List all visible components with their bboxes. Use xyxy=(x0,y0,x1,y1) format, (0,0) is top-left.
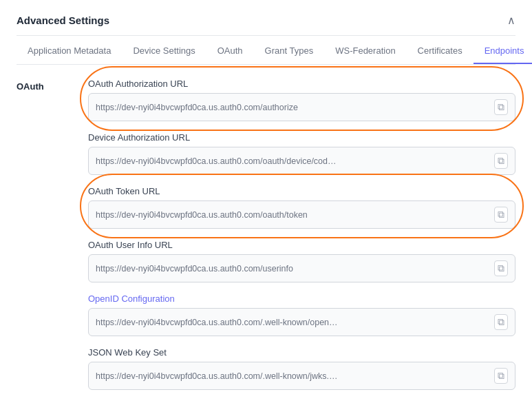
tab-certificates[interactable]: Certificates xyxy=(407,39,474,64)
field-group-oauth-auth-url: OAuth Authorization URL⧉ xyxy=(88,79,515,121)
field-input-wrapper-oauth-userinfo-url: ⧉ xyxy=(88,254,515,282)
field-input-oauth-token-url[interactable] xyxy=(96,210,489,220)
tab-app-metadata[interactable]: Application Metadata xyxy=(17,39,122,64)
fields-area: OAuth Authorization URL⧉Device Authoriza… xyxy=(88,79,515,401)
field-input-wrapper-device-auth-url: ⧉ xyxy=(88,147,515,175)
field-input-wrapper-oauth-auth-url: ⧉ xyxy=(88,93,515,121)
field-group-device-auth-url: Device Authorization URL⧉ xyxy=(88,132,515,175)
copy-button-oauth-token-url[interactable]: ⧉ xyxy=(494,207,508,223)
tab-ws-federation[interactable]: WS-Federation xyxy=(324,39,406,64)
field-label-device-auth-url: Device Authorization URL xyxy=(88,132,515,143)
field-input-oauth-userinfo-url[interactable] xyxy=(96,264,489,274)
tab-grant-types[interactable]: Grant Types xyxy=(254,39,325,64)
field-input-wrapper-json-web-keyset: ⧉ xyxy=(88,362,515,390)
field-label-oauth-token-url: OAuth Token URL xyxy=(88,186,515,196)
section-header: Advanced Settings ∧ xyxy=(17,14,515,36)
field-label-oauth-auth-url: OAuth Authorization URL xyxy=(88,79,515,89)
copy-button-openid-config[interactable]: ⧉ xyxy=(494,314,508,330)
field-label-oauth-userinfo-url: OAuth User Info URL xyxy=(88,240,515,250)
field-group-json-web-keyset: JSON Web Key Set⧉ xyxy=(88,347,515,390)
field-group-oauth-token-url: OAuth Token URL⧉ xyxy=(88,186,515,229)
section-title: Advanced Settings xyxy=(17,14,109,26)
tab-device-settings[interactable]: Device Settings xyxy=(122,39,206,64)
tabs-bar: Application MetadataDevice SettingsOAuth… xyxy=(17,36,515,65)
copy-button-json-web-keyset[interactable]: ⧉ xyxy=(494,368,508,384)
collapse-icon[interactable]: ∧ xyxy=(507,14,515,27)
field-label-json-web-keyset: JSON Web Key Set xyxy=(88,347,515,358)
field-label-openid-config[interactable]: OpenID Configuration xyxy=(88,293,515,304)
field-group-oauth-userinfo-url: OAuth User Info URL⧉ xyxy=(88,240,515,282)
field-input-openid-config[interactable] xyxy=(96,318,489,327)
content-area: OAuth OAuth Authorization URL⧉Device Aut… xyxy=(17,79,515,401)
oauth-section-label: OAuth xyxy=(17,79,72,401)
tab-endpoints[interactable]: Endpoints xyxy=(474,39,532,64)
field-input-oauth-auth-url[interactable] xyxy=(96,103,489,112)
copy-button-device-auth-url[interactable]: ⧉ xyxy=(494,153,508,169)
field-group-openid-config: OpenID Configuration⧉ xyxy=(88,293,515,336)
copy-button-oauth-auth-url[interactable]: ⧉ xyxy=(494,99,508,115)
field-input-json-web-keyset[interactable] xyxy=(96,371,489,381)
field-input-wrapper-openid-config: ⧉ xyxy=(88,308,515,336)
field-input-wrapper-oauth-token-url: ⧉ xyxy=(88,200,515,229)
field-input-device-auth-url[interactable] xyxy=(96,156,489,166)
copy-button-oauth-userinfo-url[interactable]: ⧉ xyxy=(494,260,508,276)
tab-oauth[interactable]: OAuth xyxy=(206,39,254,64)
advanced-settings-panel: Advanced Settings ∧ Application Metadata… xyxy=(0,0,532,412)
